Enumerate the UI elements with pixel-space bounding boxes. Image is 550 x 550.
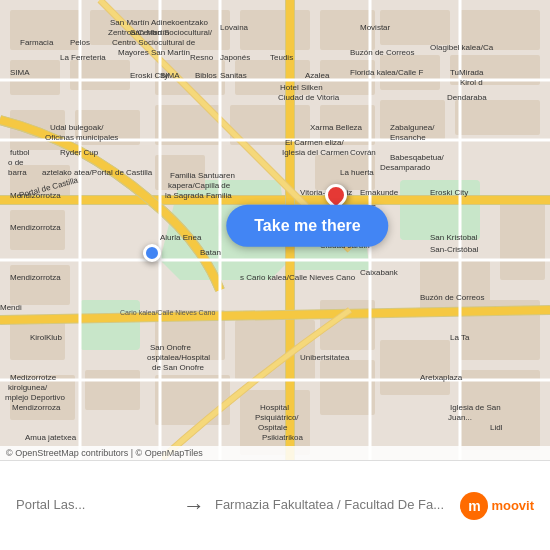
svg-rect-29 <box>240 10 310 50</box>
svg-text:Psiquiátrico/: Psiquiátrico/ <box>255 413 299 422</box>
svg-text:Alurla Enea: Alurla Enea <box>160 233 202 242</box>
svg-text:Sanitas: Sanitas <box>220 71 247 80</box>
svg-text:Iglesia de San: Iglesia de San <box>450 403 501 412</box>
svg-text:ospitalea/Hospital: ospitalea/Hospital <box>147 353 210 362</box>
svg-text:Ospitale: Ospitale <box>258 423 288 432</box>
svg-text:Desamparado: Desamparado <box>380 163 431 172</box>
svg-text:Buzón de Correos: Buzón de Correos <box>420 293 484 302</box>
svg-rect-3 <box>80 300 140 350</box>
svg-text:Mendizorrotza: Mendizorrotza <box>10 223 61 232</box>
svg-text:Florida kalea/Calle F: Florida kalea/Calle F <box>350 68 423 77</box>
svg-text:s Cario kalea/Calle Nieves Can: s Cario kalea/Calle Nieves Cano <box>240 273 356 282</box>
svg-text:Resno: Resno <box>190 53 214 62</box>
svg-text:SIMA: SIMA <box>10 68 30 77</box>
svg-text:Mendizorrotza: Mendizorrotza <box>10 191 61 200</box>
moovit-logo: m moovit <box>460 492 534 520</box>
svg-text:Zabalgunea/: Zabalgunea/ <box>390 123 435 132</box>
svg-text:de San Onofre: de San Onofre <box>152 363 205 372</box>
svg-text:Kirol d: Kirol d <box>460 78 483 87</box>
svg-rect-24 <box>500 200 545 280</box>
svg-text:Hospital: Hospital <box>260 403 289 412</box>
svg-text:Mendizorroza: Mendizorroza <box>12 403 61 412</box>
svg-text:Lidl: Lidl <box>490 423 503 432</box>
svg-text:Emakunde: Emakunde <box>360 188 399 197</box>
route-arrow: → <box>183 493 205 519</box>
svg-text:Pelos: Pelos <box>70 38 90 47</box>
map-container: Portal de Castilla Vitoria-Gasteiz Cario… <box>0 0 550 460</box>
svg-text:Buzón de Correos: Buzón de Correos <box>350 48 414 57</box>
svg-rect-16 <box>85 370 140 410</box>
svg-text:Caixabank: Caixabank <box>360 268 399 277</box>
svg-text:Movistar: Movistar <box>360 23 391 32</box>
bottom-navigation-bar: Portal Las... → Farmazia Fakultatea / Fa… <box>0 460 550 550</box>
take-me-there-button[interactable]: Take me there <box>226 205 388 247</box>
svg-text:Lovaina: Lovaina <box>220 23 249 32</box>
moovit-text: moovit <box>491 498 534 513</box>
svg-text:Ensanche: Ensanche <box>390 133 426 142</box>
svg-text:San Onofre: San Onofre <box>150 343 191 352</box>
svg-text:San Kristobal: San Kristobal <box>430 233 478 242</box>
svg-text:Zentroa/Centro Sociocultural/: Zentroa/Centro Sociocultural/ <box>108 28 213 37</box>
svg-text:Xarma Belleza: Xarma Belleza <box>310 123 363 132</box>
svg-text:Teudis: Teudis <box>270 53 293 62</box>
destination-section: Farmazia Fakultatea / Facultad De Fa... <box>215 497 450 515</box>
svg-text:Familia Santuaren: Familia Santuaren <box>170 171 235 180</box>
svg-text:mplejo Deportivo: mplejo Deportivo <box>5 393 66 402</box>
svg-text:kapera/Capilla de: kapera/Capilla de <box>168 181 231 190</box>
svg-text:Olagibel kalea/Ca: Olagibel kalea/Ca <box>430 43 494 52</box>
svg-text:Ryder Cup: Ryder Cup <box>60 148 99 157</box>
svg-text:SIMA: SIMA <box>160 71 180 80</box>
svg-text:TuMirada: TuMirada <box>450 68 484 77</box>
svg-text:futbol: futbol <box>10 148 30 157</box>
svg-text:Farmacia: Farmacia <box>20 38 54 47</box>
moovit-icon-letter: m <box>468 498 480 514</box>
svg-text:Cario kalea/Calle Nieves Cano: Cario kalea/Calle Nieves Cano <box>120 309 215 316</box>
svg-text:El Carmen eliza/: El Carmen eliza/ <box>285 138 344 147</box>
origin-section: Portal Las... <box>16 497 173 515</box>
svg-text:Azalea: Azalea <box>305 71 330 80</box>
svg-text:La Ferreteria: La Ferreteria <box>60 53 106 62</box>
svg-text:barra: barra <box>8 168 27 177</box>
svg-text:La huerta: La huerta <box>340 168 374 177</box>
svg-text:Medizorrotze: Medizorrotze <box>10 373 57 382</box>
svg-text:Aretxaplaza: Aretxaplaza <box>420 373 463 382</box>
svg-text:Mendi: Mendi <box>0 303 22 312</box>
svg-text:o de: o de <box>8 158 24 167</box>
user-location-marker <box>143 244 161 262</box>
svg-rect-22 <box>455 100 540 135</box>
svg-text:San Martín Adinekoentzako: San Martín Adinekoentzako <box>110 18 208 27</box>
svg-text:Ciudad de Vitoria: Ciudad de Vitoria <box>278 93 340 102</box>
svg-text:Hotel Silken: Hotel Silken <box>280 83 323 92</box>
svg-text:Dendaraba: Dendaraba <box>447 93 487 102</box>
svg-text:Covrán: Covrán <box>350 148 376 157</box>
svg-text:San-Cristóbal: San-Cristóbal <box>430 245 479 254</box>
moovit-icon: m <box>460 492 488 520</box>
svg-text:Mendizorrotza: Mendizorrotza <box>10 273 61 282</box>
svg-text:Centro Sociocultural de: Centro Sociocultural de <box>112 38 196 47</box>
svg-text:Japonés: Japonés <box>220 53 250 62</box>
svg-text:Amua jatetxea: Amua jatetxea <box>25 433 77 442</box>
svg-text:KirolKlub: KirolKlub <box>30 333 63 342</box>
svg-text:aztelako atea/Portal de Castil: aztelako atea/Portal de Castilla <box>42 168 153 177</box>
svg-text:Oficinas municipales: Oficinas municipales <box>45 133 118 142</box>
origin-label: Portal Las... <box>16 497 173 512</box>
svg-text:Unibertsitatea: Unibertsitatea <box>300 353 350 362</box>
svg-text:La Ta: La Ta <box>450 333 470 342</box>
svg-text:Juan...: Juan... <box>448 413 472 422</box>
svg-rect-17 <box>380 10 450 45</box>
destination-label: Farmazia Fakultatea / Facultad De Fa... <box>215 497 450 512</box>
svg-rect-40 <box>235 320 315 380</box>
svg-rect-13 <box>10 265 70 305</box>
destination-pin <box>325 184 347 206</box>
svg-text:Babesqabetua/: Babesqabetua/ <box>390 153 445 162</box>
map-attribution: © OpenStreetMap contributors | © OpenMap… <box>0 446 550 460</box>
svg-rect-44 <box>320 360 375 415</box>
svg-text:Batan: Batan <box>200 248 221 257</box>
svg-text:Mayores San Martín: Mayores San Martín <box>118 48 190 57</box>
svg-text:Biblos: Biblos <box>195 71 217 80</box>
svg-text:Psikiatrikoa: Psikiatrikoa <box>262 433 303 442</box>
svg-text:kirolgunea/: kirolgunea/ <box>8 383 48 392</box>
svg-rect-26 <box>380 340 450 395</box>
svg-text:Eroski City: Eroski City <box>430 188 468 197</box>
svg-rect-7 <box>10 60 60 95</box>
